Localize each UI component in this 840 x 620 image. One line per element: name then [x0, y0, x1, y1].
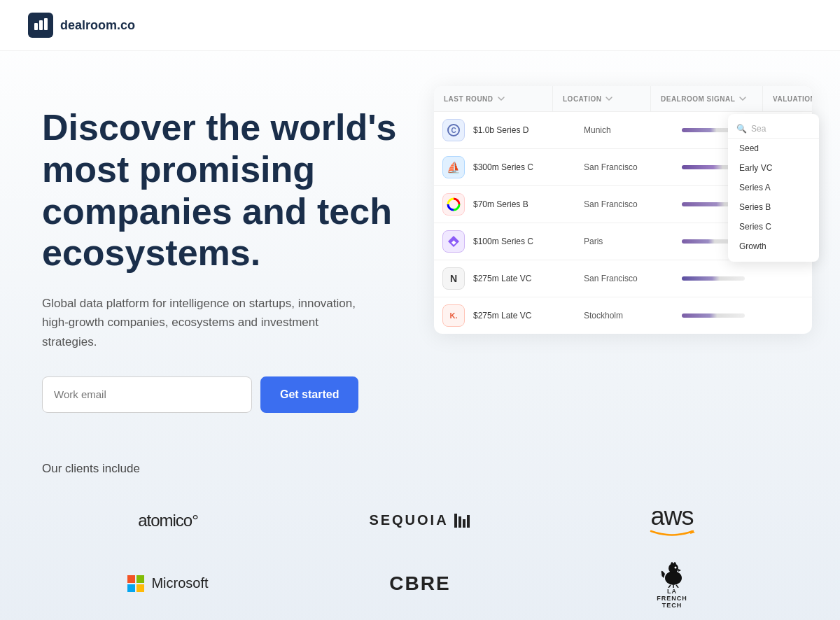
svg-rect-9 [458, 516, 461, 528]
svg-rect-1 [39, 20, 43, 30]
french-tech-rooster-icon [658, 558, 686, 588]
dropdown-search: 🔍 Sea [728, 120, 819, 139]
cta-row: Get started [42, 376, 406, 413]
svg-point-14 [668, 563, 678, 573]
hero-section: Discover the world's most promising comp… [42, 93, 406, 413]
dropdown-item-early-vc[interactable]: Early VC [728, 158, 819, 178]
microsoft-text: Microsoft [151, 575, 208, 591]
company-logo: K. [442, 304, 465, 327]
search-placeholder-text: Sea [751, 124, 766, 134]
cell-location: San Francisco [584, 162, 682, 172]
cell-last-round: $300m Series C [473, 162, 584, 172]
dropdown-item-seed[interactable]: Seed [728, 139, 819, 158]
clients-label: Our clients include [42, 462, 798, 476]
cell-location: San Francisco [584, 199, 682, 209]
svg-rect-10 [463, 519, 465, 528]
svg-rect-2 [44, 18, 48, 30]
hero-subtitle: Global data platform for intelligence on… [42, 294, 364, 351]
table-header: LAST ROUND LOCATION DEALROOM SIGNAL VALU… [434, 86, 812, 112]
cell-signal [682, 276, 785, 281]
microsoft-grid-icon [127, 575, 144, 592]
ms-square-yellow [136, 584, 144, 592]
round-filter-dropdown: 🔍 Sea Seed Early VC Series A Series B Se… [728, 114, 819, 262]
col-last-round[interactable]: LAST ROUND [434, 86, 553, 111]
cbre-text: CBRE [389, 572, 450, 595]
col-valuation: VALUATION [763, 86, 812, 111]
svg-text:C: C [451, 127, 456, 134]
company-logo [442, 193, 465, 216]
table-row: N $275m Late VC San Francisco [434, 260, 812, 297]
atomico-text: atomico° [138, 511, 198, 530]
logo-icon [28, 13, 53, 38]
cell-location: Munich [584, 125, 682, 135]
sequoia-text: SEQUOIA [369, 512, 448, 528]
company-logo: N [442, 267, 465, 290]
dropdown-item-growth[interactable]: Growth [728, 237, 819, 256]
svg-rect-11 [467, 515, 470, 528]
cell-location: Paris [584, 237, 682, 246]
client-logo-atomico: atomico° [42, 504, 294, 537]
cell-location: Stockholm [584, 311, 682, 320]
main-content: Discover the world's most promising comp… [0, 51, 840, 441]
cell-last-round: $275m Late VC [473, 274, 584, 283]
search-icon: 🔍 [736, 124, 747, 134]
ms-square-green [136, 575, 144, 583]
dropdown-item-series-c[interactable]: Series C [728, 217, 819, 237]
french-tech-line2: FRENCH [657, 595, 687, 602]
cell-last-round: $1.0b Series D [473, 125, 584, 135]
clients-section: Our clients include atomico° SEQUOIA aws [0, 441, 840, 620]
client-logo-microsoft: Microsoft [42, 558, 294, 609]
client-logo-cbre: CBRE [294, 558, 546, 609]
client-logo-aws: aws [546, 504, 798, 537]
french-tech-line1: LA [657, 588, 687, 595]
client-logo-french-tech: LA FRENCH TECH [546, 558, 798, 609]
logo-text: dealroom.co [60, 18, 135, 33]
company-logo: ◆ [442, 230, 465, 253]
table-row: K. $275m Late VC Stockholm [434, 297, 812, 334]
svg-text:◆: ◆ [451, 239, 456, 246]
ms-square-blue [127, 584, 135, 592]
dropdown-item-series-b[interactable]: Series B [728, 197, 819, 217]
aws-text: aws [650, 504, 693, 529]
cell-location: San Francisco [584, 274, 682, 283]
cell-last-round: $100m Series C [473, 237, 584, 246]
cell-last-round: $70m Series B [473, 199, 584, 209]
cell-last-round: $275m Late VC [473, 311, 584, 320]
dropdown-item-series-a[interactable]: Series A [728, 178, 819, 197]
logo[interactable]: dealroom.co [28, 13, 135, 38]
french-tech-label: LA FRENCH TECH [657, 588, 687, 609]
header: dealroom.co [0, 0, 840, 51]
clients-grid: atomico° SEQUOIA aws [42, 504, 798, 609]
ms-square-red [127, 575, 135, 583]
col-signal[interactable]: DEALROOM SIGNAL [651, 86, 763, 111]
sequoia-icon [454, 514, 471, 528]
svg-point-15 [675, 566, 677, 568]
cell-signal [682, 313, 785, 318]
client-logo-sequoia: SEQUOIA [294, 504, 546, 537]
email-input[interactable] [42, 376, 252, 413]
col-location[interactable]: LOCATION [553, 86, 651, 111]
company-logo: ⛵ [442, 156, 465, 178]
table-preview-section: LAST ROUND LOCATION DEALROOM SIGNAL VALU… [434, 86, 812, 413]
get-started-button[interactable]: Get started [260, 376, 358, 413]
svg-rect-8 [454, 514, 457, 528]
aws-smile-icon [648, 529, 696, 537]
hero-title: Discover the world's most promising comp… [42, 107, 406, 274]
company-logo: C [442, 119, 465, 141]
svg-rect-0 [34, 23, 38, 30]
french-tech-line3: TECH [657, 602, 687, 609]
